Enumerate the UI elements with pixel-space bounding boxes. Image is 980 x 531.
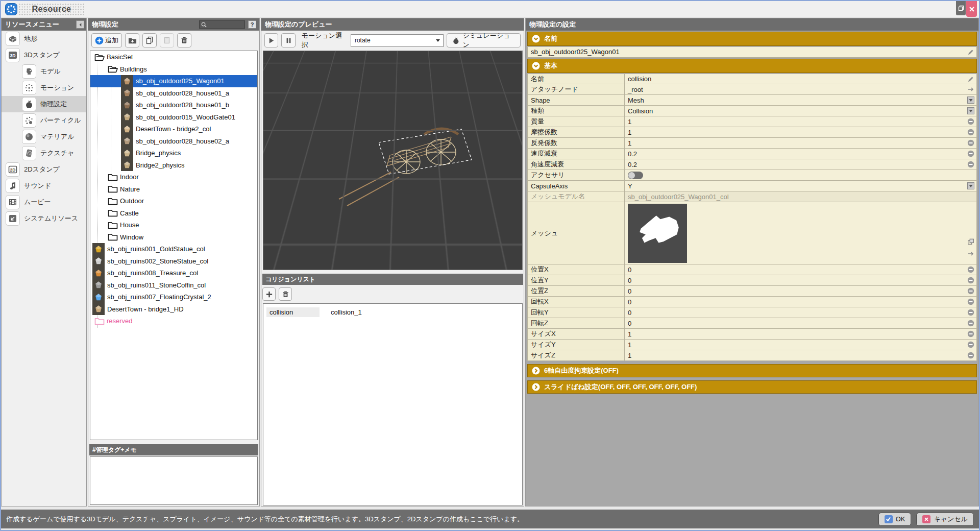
cancel-button[interactable]: キャンセル — [916, 513, 974, 526]
resource-name-field[interactable]: sb_obj_outdoor025_Wagon01 — [527, 46, 977, 58]
tree-item[interactable]: Bridge_physics — [90, 147, 257, 159]
tree-item[interactable]: sb_obj_ruins008_Treasure_col — [90, 267, 257, 279]
arrow-right-icon[interactable] — [967, 250, 974, 257]
property-value[interactable]: 1 — [625, 138, 976, 148]
tree-item[interactable]: sb_obj_outdoor028_house01_b — [90, 99, 257, 111]
close-button[interactable] — [966, 1, 977, 17]
tree-item[interactable]: House — [90, 219, 257, 231]
property-value[interactable]: 0 — [625, 286, 976, 296]
sidebar-item-sound[interactable]: サウンド — [2, 178, 86, 194]
tree-item[interactable]: sb_obj_ruins002_StoneStatue_col — [90, 255, 257, 268]
section-slide-spring[interactable]: スライドばね設定(OFF, OFF, OFF, OFF, OFF, OFF) — [527, 380, 977, 394]
tree-item[interactable]: reserved — [90, 315, 257, 327]
minus-icon[interactable] — [967, 341, 974, 348]
property-value[interactable]: _root — [625, 84, 976, 94]
collapse-sidebar-button[interactable] — [76, 20, 84, 29]
sidebar-item-particle[interactable]: パーティクル — [2, 112, 86, 129]
tree-item[interactable]: sb_obj_outdoor028_house02_a — [90, 135, 257, 148]
section-6dof-constraint[interactable]: 6軸自由度拘束設定(OFF) — [527, 364, 977, 377]
paste-button[interactable] — [160, 33, 174, 47]
tree-item[interactable]: sb_obj_outdoor028_house01_a — [90, 87, 257, 100]
minus-icon[interactable] — [967, 298, 974, 305]
physics-items-tree[interactable]: BasicSetBuildingssb_obj_outdoor025_Wagon… — [90, 51, 258, 440]
property-value[interactable]: 0 — [625, 297, 976, 307]
tree-item[interactable]: sb_obj_ruins001_GoldStatue_col — [90, 243, 257, 255]
tree-item[interactable]: Bridge2_physics — [90, 159, 257, 172]
minus-icon[interactable] — [967, 161, 974, 168]
sidebar-item-terrain[interactable]: 地形 — [2, 31, 86, 47]
minus-icon[interactable] — [967, 129, 974, 136]
property-value[interactable]: Mesh — [625, 95, 976, 105]
property-value[interactable] — [625, 170, 976, 180]
sidebar-item-stamp2d[interactable]: 2D2Dスタンプ — [2, 161, 86, 178]
collision-delete-button[interactable] — [279, 287, 292, 301]
collision-mesh-thumbnail[interactable] — [628, 204, 687, 263]
property-value[interactable]: collision — [625, 74, 976, 84]
property-value[interactable]: 1 — [625, 350, 976, 360]
minus-icon[interactable] — [967, 287, 974, 295]
property-value[interactable]: 0.2 — [625, 159, 976, 170]
physics-preview-viewport[interactable] — [263, 51, 523, 270]
property-value[interactable]: 0 — [625, 318, 976, 328]
sidebar-item-motion[interactable]: モーション — [2, 80, 86, 96]
tree-item[interactable]: Buildings — [90, 63, 257, 76]
collision-list[interactable]: collisioncollision_1 — [263, 303, 523, 505]
tree-item-selected[interactable]: sb_obj_outdoor025_Wagon01 — [90, 75, 257, 87]
minus-icon[interactable] — [967, 118, 974, 125]
tree-item[interactable]: sb_obj_ruins011_StoneCoffin_col — [90, 279, 257, 292]
minus-icon[interactable] — [967, 150, 974, 157]
help-button[interactable]: ? — [248, 20, 256, 29]
play-button[interactable] — [264, 33, 278, 47]
tree-item[interactable]: DesertTown - bridge2_col — [90, 123, 257, 135]
section-name[interactable]: 名前 — [527, 32, 977, 46]
property-value[interactable]: 0 — [625, 264, 976, 275]
tree-item[interactable]: Castle — [90, 207, 257, 220]
pencil-icon[interactable] — [967, 49, 974, 56]
property-value[interactable]: 1 — [625, 116, 976, 127]
add-button[interactable]: 追加 — [91, 33, 122, 47]
search-input[interactable] — [199, 20, 245, 29]
tree-item[interactable]: BasicSet — [90, 51, 257, 63]
minus-icon[interactable] — [967, 330, 974, 337]
dropdown-icon[interactable] — [967, 107, 974, 114]
property-value[interactable]: 0 — [625, 275, 976, 285]
dropdown-icon[interactable] — [967, 96, 974, 104]
minus-icon[interactable] — [967, 320, 974, 327]
minus-icon[interactable] — [967, 277, 974, 284]
minus-icon[interactable] — [967, 352, 974, 359]
pause-button[interactable] — [281, 33, 295, 47]
sidebar-item-physics[interactable]: 物理設定 — [2, 96, 86, 112]
simulation-button[interactable]: シミュレーション — [447, 33, 521, 47]
delete-button[interactable] — [177, 33, 191, 47]
pencil-icon[interactable] — [967, 76, 974, 83]
titlebar[interactable]: Resource — [1, 1, 979, 17]
property-value[interactable]: Collision — [625, 106, 976, 116]
minus-icon[interactable] — [967, 309, 974, 316]
sidebar-item-stamp3d[interactable]: 3D3Dスタンプ — [2, 47, 86, 63]
tree-item[interactable]: DesertTown - bridge1_HD — [90, 303, 257, 316]
property-value[interactable]: 1 — [625, 340, 976, 350]
sidebar-item-material[interactable]: マテリアル — [2, 129, 86, 145]
motion-select-dropdown[interactable]: rotate — [351, 34, 444, 47]
memo-input[interactable] — [90, 456, 258, 505]
minus-icon[interactable] — [967, 266, 974, 273]
tree-item[interactable]: Window — [90, 231, 257, 244]
tree-item[interactable]: Outdoor — [90, 195, 257, 207]
property-value[interactable]: Y — [625, 181, 976, 191]
collision-add-button[interactable] — [262, 287, 276, 301]
sidebar-item-movie[interactable]: ムービー — [2, 194, 86, 210]
property-value[interactable] — [625, 202, 976, 264]
section-basic[interactable]: 基本 — [527, 59, 977, 73]
accessory-toggle-off[interactable] — [628, 172, 643, 179]
new-folder-button[interactable] — [125, 33, 139, 47]
sidebar-item-system[interactable]: システムリソース — [2, 210, 86, 227]
property-value[interactable]: 1 — [625, 127, 976, 137]
tree-item[interactable]: sb_obj_outdoor015_WoodGate01 — [90, 111, 257, 124]
tree-item[interactable]: sb_obj_ruins007_FloatingCrystal_2 — [90, 291, 257, 303]
arrow-icon[interactable] — [967, 86, 974, 93]
tree-item[interactable]: Indoor — [90, 171, 257, 183]
property-value[interactable]: 0 — [625, 307, 976, 318]
tree-item[interactable]: Nature — [90, 183, 257, 196]
restore-button[interactable] — [956, 1, 966, 15]
replace-mesh-icon[interactable] — [967, 238, 974, 245]
